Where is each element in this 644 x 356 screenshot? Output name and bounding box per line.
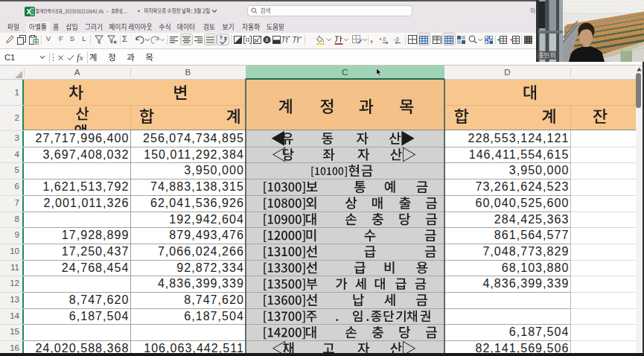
- svg-text:8: 8: [265, 36, 268, 43]
- svg-text:-.0: -.0: [393, 36, 399, 42]
- svg-text:N: N: [254, 36, 258, 43]
- svg-text:+.0: +.0: [379, 36, 386, 42]
